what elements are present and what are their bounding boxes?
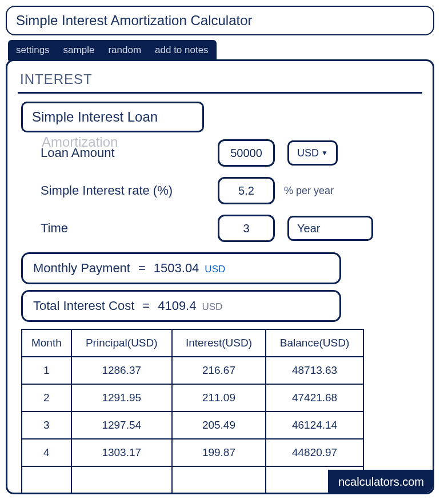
total-interest-result: Total Interest Cost = 4109.4 USD [21, 290, 341, 322]
monthly-payment-label: Monthly Payment [33, 261, 130, 276]
cell-balance: 48713.63 [266, 357, 363, 384]
cell-principal: 1286.37 [71, 357, 172, 384]
time-input[interactable]: 3 [218, 215, 275, 242]
time-label: Time [41, 221, 218, 236]
col-principal: Principal(USD) [71, 329, 172, 357]
currency-value: USD [297, 147, 319, 159]
tab-sample[interactable]: sample [63, 45, 95, 56]
cell-month: 3 [22, 412, 71, 439]
currency-select[interactable]: USD ▼ [287, 140, 338, 166]
cell-interest: 211.09 [172, 384, 266, 412]
cell-balance: 44820.97 [266, 439, 363, 466]
col-balance: Balance(USD) [266, 329, 363, 357]
cell-month: 4 [22, 439, 71, 466]
section-title: INTEREST [18, 68, 422, 94]
loan-amount-input[interactable]: 50000 [218, 139, 275, 167]
cell-balance: 46124.14 [266, 412, 363, 439]
table-row: 2 1291.95 211.09 47421.68 [22, 384, 363, 412]
table-row: 3 1297.54 205.49 46124.14 [22, 412, 363, 439]
cell-balance: 47421.68 [266, 384, 363, 412]
cell-interest: 216.67 [172, 357, 266, 384]
cell-interest: 199.87 [172, 439, 266, 466]
tab-settings[interactable]: settings [16, 45, 50, 56]
table-header-row: Month Principal(USD) Interest(USD) Balan… [22, 329, 363, 357]
cell-empty [22, 466, 71, 494]
loan-type-select[interactable]: Simple Interest Loan [21, 102, 204, 132]
table-row-truncated [22, 466, 363, 494]
tab-bar: settings sample random add to notes [8, 40, 217, 61]
monthly-payment-value: 1503.04 [154, 261, 199, 276]
total-interest-currency: USD [202, 301, 222, 313]
equals-sign: = [142, 299, 150, 313]
row-loan-amount: Loan Amount 50000 USD ▼ [41, 139, 422, 167]
loan-amount-label: Loan Amount [41, 146, 218, 160]
calculator-panel: INTEREST Simple Interest Loan Amortizati… [6, 59, 434, 494]
cell-empty [71, 466, 172, 494]
brand-badge: ncalculators.com [328, 470, 434, 494]
page-title: Simple Interest Amortization Calculator [6, 6, 434, 35]
cell-interest: 205.49 [172, 412, 266, 439]
interest-rate-unit: % per year [284, 185, 334, 197]
monthly-payment-currency: USD [205, 264, 225, 275]
equals-sign: = [138, 261, 146, 276]
time-unit-select[interactable]: Year [287, 216, 373, 241]
table-row: 4 1303.17 199.87 44820.97 [22, 439, 363, 466]
interest-rate-label: Simple Interest rate (%) [41, 183, 218, 198]
chevron-down-icon: ▼ [321, 149, 328, 157]
cell-month: 1 [22, 357, 71, 384]
col-month: Month [22, 329, 71, 357]
cell-empty [172, 466, 266, 494]
row-time: Time 3 Year [41, 215, 422, 242]
cell-principal: 1303.17 [71, 439, 172, 466]
monthly-payment-result: Monthly Payment = 1503.04 USD [21, 252, 341, 284]
cell-principal: 1297.54 [71, 412, 172, 439]
cell-principal: 1291.95 [71, 384, 172, 412]
tab-add-to-notes[interactable]: add to notes [155, 45, 209, 56]
tab-random[interactable]: random [108, 45, 141, 56]
table-row: 1 1286.37 216.67 48713.63 [22, 357, 363, 384]
interest-rate-input[interactable]: 5.2 [218, 177, 275, 204]
amortization-table: Month Principal(USD) Interest(USD) Balan… [21, 329, 364, 494]
row-interest-rate: Simple Interest rate (%) 5.2 % per year [41, 177, 422, 204]
form: Loan Amount 50000 USD ▼ Simple Interest … [41, 139, 422, 242]
col-interest: Interest(USD) [172, 329, 266, 357]
total-interest-label: Total Interest Cost [33, 299, 134, 313]
cell-month: 2 [22, 384, 71, 412]
total-interest-value: 4109.4 [158, 299, 196, 313]
